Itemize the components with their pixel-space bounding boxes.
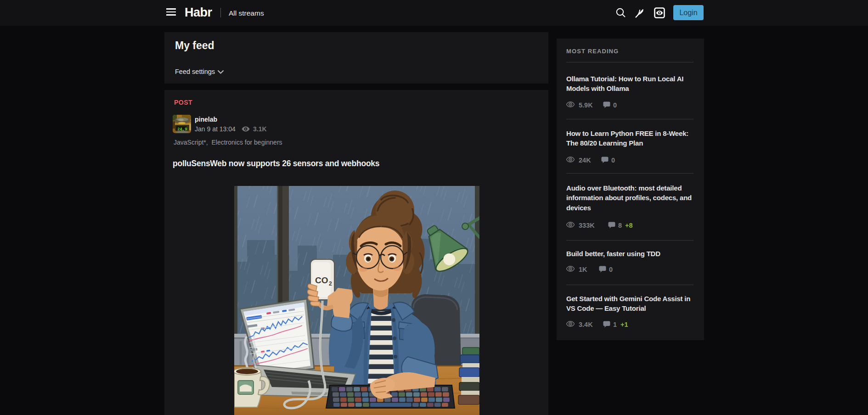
svg-text:CO: CO (315, 275, 328, 285)
svg-text:2: 2 (329, 280, 332, 287)
